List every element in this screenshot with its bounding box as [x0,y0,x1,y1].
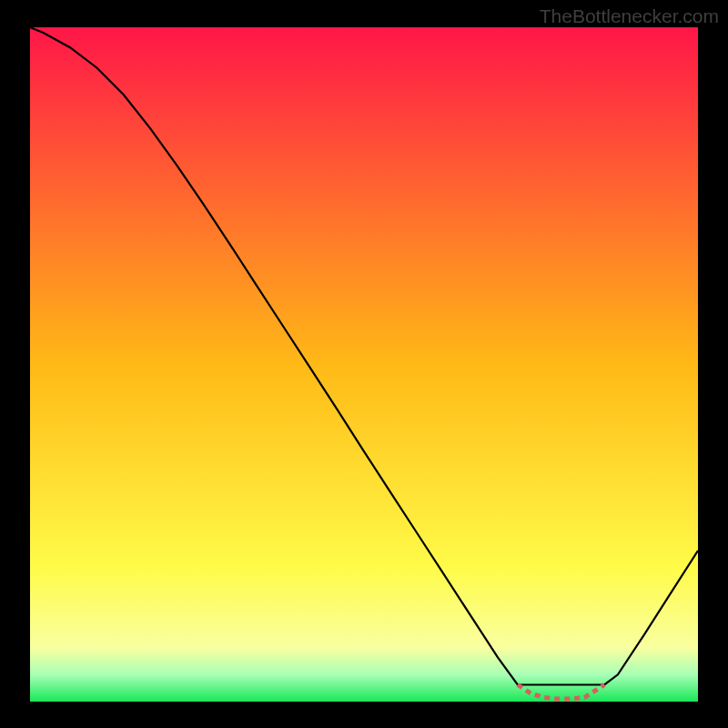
chart-curve-layer [30,27,698,702]
solid-curve [30,27,698,684]
watermark-text: TheBottlenecker.com [540,5,719,27]
dashed-segment [518,684,604,699]
chart-plot-area [30,27,698,702]
